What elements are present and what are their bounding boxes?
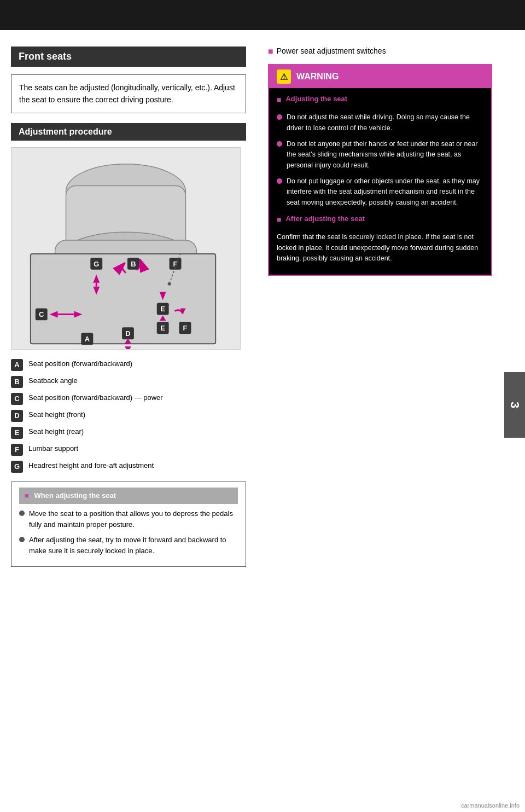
warning-dot-3 bbox=[277, 178, 282, 184]
note-text-1: Move the seat to a position that allows … bbox=[29, 508, 238, 530]
main-content: Front seats The seats can be adjusted (l… bbox=[0, 30, 525, 583]
seat-illustration-svg: G B F C A D E E bbox=[11, 147, 240, 350]
right-column: ■ Power seat adjustment switches ⚠ WARNI… bbox=[257, 41, 503, 572]
control-item-A: A Seat position (forward/backward) bbox=[11, 358, 246, 371]
adjustment-header: Adjustment procedure bbox=[11, 123, 246, 141]
warning-square-2: ■ bbox=[277, 214, 281, 226]
warning-bullet-text-2: Do not let anyone put their hands or fee… bbox=[287, 139, 483, 171]
left-column: Front seats The seats can be adjusted (l… bbox=[0, 41, 257, 572]
control-item-F: F Lumbar support bbox=[11, 443, 246, 456]
control-badge-E: E bbox=[11, 427, 23, 439]
control-label-D: Seat height (front) bbox=[28, 409, 85, 420]
right-intro-text: Power seat adjustment switches bbox=[277, 47, 386, 55]
control-label-F: Lumbar support bbox=[28, 443, 78, 454]
warning-label: WARNING bbox=[296, 72, 339, 82]
info-box-text: The seats can be adjusted (longitudinall… bbox=[19, 83, 235, 104]
control-item-G: G Headrest height and fore-aft adjustmen… bbox=[11, 460, 246, 473]
svg-text:D: D bbox=[125, 329, 130, 338]
right-intro: ■ Power seat adjustment switches bbox=[268, 47, 492, 56]
warning-after-text: Confirm that the seat is securely locked… bbox=[277, 232, 483, 264]
control-badge-A: A bbox=[11, 359, 23, 371]
control-badge-C: C bbox=[11, 393, 23, 405]
note-circle-2 bbox=[19, 537, 25, 542]
warning-section-1-header: ■ Adjusting the seat bbox=[277, 94, 483, 108]
warning-content: ■ Adjusting the seat Do not adjust the s… bbox=[269, 88, 491, 275]
control-badge-B: B bbox=[11, 376, 23, 388]
warning-box: ⚠ WARNING ■ Adjusting the seat Do not ad… bbox=[268, 64, 492, 276]
warning-square-1: ■ bbox=[277, 94, 281, 106]
control-item-C: C Seat position (forward/backward) — pow… bbox=[11, 392, 246, 405]
svg-text:E: E bbox=[160, 305, 165, 313]
seat-diagram: G B F C A D E E bbox=[11, 147, 241, 350]
warning-title-2: After adjusting the seat bbox=[285, 213, 364, 224]
note-bullet-2: After adjusting the seat, try to move it… bbox=[19, 535, 238, 556]
warning-triangle-icon: ⚠ bbox=[280, 72, 288, 82]
svg-text:E: E bbox=[160, 324, 165, 332]
control-label-E: Seat height (rear) bbox=[28, 426, 84, 437]
svg-text:G: G bbox=[94, 260, 99, 268]
control-item-D: D Seat height (front) bbox=[11, 409, 246, 422]
warning-after-content: Confirm that the seat is securely locked… bbox=[277, 232, 483, 264]
warning-bullet-text-3: Do not put luggage or other objects unde… bbox=[287, 176, 483, 208]
control-label-C: Seat position (forward/backward) — power bbox=[28, 392, 163, 403]
control-label-B: Seatback angle bbox=[28, 375, 78, 386]
warning-icon: ⚠ bbox=[277, 69, 291, 84]
note-text-2: After adjusting the seat, try to move it… bbox=[29, 535, 238, 556]
note-circle-1 bbox=[19, 511, 25, 516]
svg-text:C: C bbox=[39, 310, 44, 318]
chapter-number: 3 bbox=[508, 402, 522, 408]
control-item-B: B Seatback angle bbox=[11, 375, 246, 388]
control-badge-G: G bbox=[11, 461, 23, 473]
svg-text:A: A bbox=[85, 335, 90, 343]
control-label-G: Headrest height and fore-aft adjustment bbox=[28, 460, 154, 471]
warning-dot-2 bbox=[277, 141, 282, 147]
control-label-A: Seat position (forward/backward) bbox=[28, 358, 132, 369]
note-bullet-1: Move the seat to a position that allows … bbox=[19, 508, 238, 530]
bottom-note-header-text: When adjusting the seat bbox=[34, 491, 116, 500]
warning-title-1: Adjusting the seat bbox=[285, 94, 347, 105]
control-badge-F: F bbox=[11, 444, 23, 456]
svg-point-36 bbox=[168, 282, 171, 285]
bottom-note-header: ■ When adjusting the seat bbox=[19, 488, 238, 504]
warning-bullet-1: Do not adjust the seat while driving. Do… bbox=[277, 112, 483, 134]
svg-text:F: F bbox=[173, 260, 178, 268]
right-square-marker: ■ bbox=[268, 47, 273, 56]
warning-header: ⚠ WARNING bbox=[269, 65, 491, 88]
watermark: carmanualsonline.info bbox=[461, 802, 520, 809]
svg-marker-31 bbox=[125, 346, 131, 350]
warning-dot-1 bbox=[277, 114, 282, 120]
controls-list: A Seat position (forward/backward) B Sea… bbox=[11, 358, 246, 473]
warning-section-2-header: ■ After adjusting the seat bbox=[277, 213, 483, 228]
svg-text:F: F bbox=[183, 324, 188, 332]
section-title: Front seats bbox=[11, 47, 246, 67]
warning-bullet-text-1: Do not adjust the seat while driving. Do… bbox=[287, 112, 483, 134]
warning-bullet-3: Do not put luggage or other objects unde… bbox=[277, 176, 483, 208]
control-badge-D: D bbox=[11, 410, 23, 422]
svg-text:B: B bbox=[131, 260, 136, 268]
info-box: The seats can be adjusted (longitudinall… bbox=[11, 74, 246, 113]
control-item-E: E Seat height (rear) bbox=[11, 426, 246, 439]
chapter-tab: 3 bbox=[504, 372, 525, 438]
bottom-note-box: ■ When adjusting the seat Move the seat … bbox=[11, 482, 246, 567]
warning-bullet-2: Do not let anyone put their hands or fee… bbox=[277, 139, 483, 171]
top-bar bbox=[0, 0, 525, 30]
